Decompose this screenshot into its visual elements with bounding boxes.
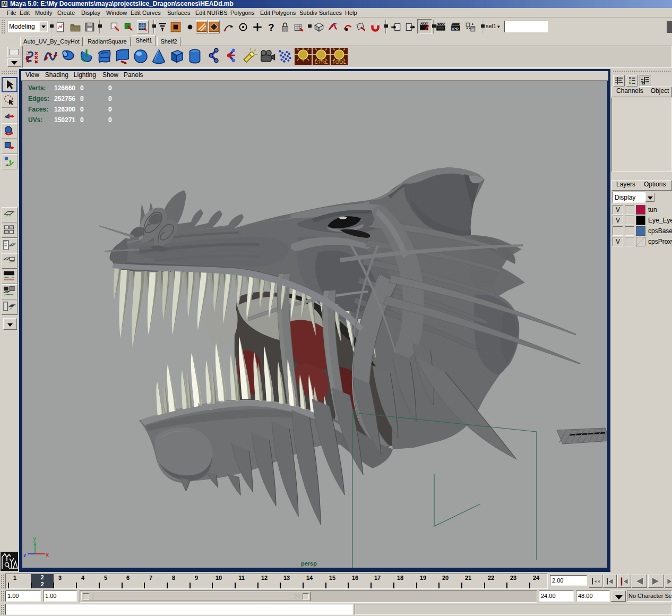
svg-text:?: ? [268,22,274,33]
svg-text:□: □ [27,50,30,56]
svg-text:y: y [33,535,37,542]
svg-text:IPR: IPR [452,27,459,31]
svg-text:x: x [46,551,49,558]
svg-text:CTRL: CTRL [314,59,328,65]
svg-text:z: z [23,552,27,558]
svg-text:TOOL: TOOL [332,59,347,65]
